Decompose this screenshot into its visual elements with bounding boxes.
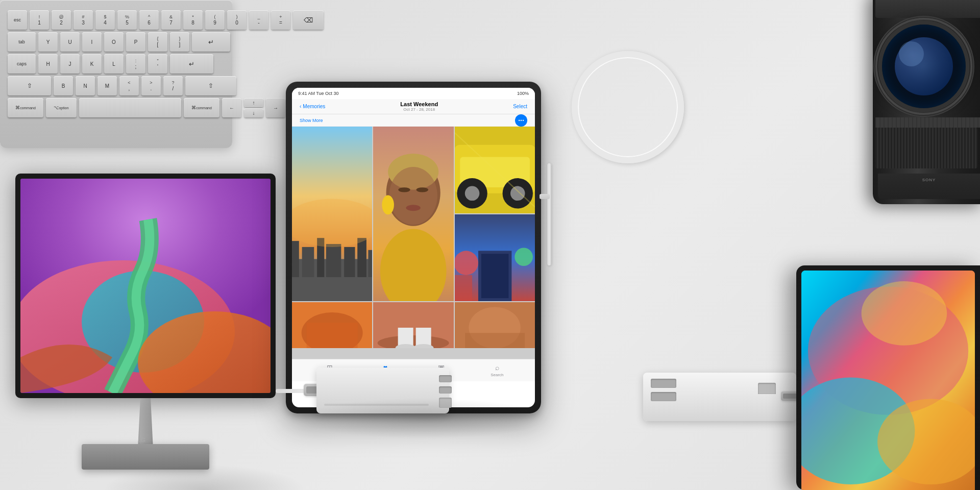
keyboard-body: esc !1 @2 #3 $4 %5 ^6 &7 *8 (9 )0 _- += … [0,0,232,148]
lens-highlight [899,41,924,66]
key-s: J [60,54,80,74]
ipad-pro-br-content [801,271,975,490]
key-a: H [38,54,58,74]
key-d: K [82,54,102,74]
ipad-tab-search[interactable]: ⌕ Search [491,364,503,377]
monitor-brand-label: LG [138,437,145,443]
ipad-more-button[interactable]: ··· [515,114,527,127]
key-w: U [60,32,80,52]
keyboard-row-2: tab Y U I O P {[ }] ↵ [8,32,225,52]
ipad-body: 9:41 AM Tue Oct 30 100% ‹ Memories Last … [286,82,541,413]
keyboard: esc !1 @2 #3 $4 %5 ^6 &7 *8 (9 )0 _- += … [0,0,235,153]
svg-rect-6 [292,241,299,277]
key-2: @2 [52,10,71,30]
lens-grip-ring [875,128,977,168]
keyboard-row-3: caps H J K L :; "' ↵ [8,54,225,74]
svg-rect-11 [357,238,366,277]
key-y: {[ [148,32,167,52]
ipad-select-button[interactable]: Select [513,104,527,109]
key-shift-right: ⇧ [185,76,236,95]
svg-rect-36 [455,275,472,301]
key-r: O [104,32,124,52]
key-escape: esc [8,10,27,30]
ellipsis-icon: ··· [518,116,524,125]
lens-body: SONY [873,0,980,204]
ipad-back-button[interactable]: ‹ Memories [300,104,325,109]
key-return2: ↵ [170,54,213,74]
adapter-right-port-2 [651,392,676,401]
camera-lens: SONY [827,0,980,214]
ipad-photo-car[interactable] [455,127,535,213]
key-c: M [97,76,117,95]
lens-front-element [878,20,970,112]
svg-point-19 [399,187,411,192]
ipad-pro-bottom-right [766,265,980,490]
keyboard-row-5: ⌘command ⌥option ⌘command ← ↑ ↓ → [8,98,225,117]
svg-point-21 [382,195,395,214]
svg-point-53 [862,281,947,346]
search-tab-icon: ⌕ [492,364,502,372]
ipad-shadow [296,398,551,439]
ipad-photo-portrait[interactable] [373,127,453,301]
key-h: "' [148,54,167,74]
key-arrow-up: ↑ [244,98,263,107]
key-0: )0 [227,10,247,30]
svg-rect-39 [307,323,358,348]
ipad-status-bar: 9:41 AM Tue Oct 30 100% [292,88,535,99]
lens-bottom-band: SONY [878,174,980,199]
svg-point-27 [464,186,479,201]
ipad-photo-street1[interactable] [292,302,372,348]
key-v: <, [119,76,139,95]
keyboard-row-1: esc !1 @2 #3 $4 %5 ^6 &7 *8 (9 )0 _- += … [8,10,225,30]
ipad-time: 9:41 AM Tue Oct 30 [298,91,339,96]
ipad-pro-br-screen [801,271,975,490]
ipad-nav-bar: ‹ Memories Last Weekend Oct 27 - 28, 201… [292,99,535,114]
key-equals: += [271,10,290,30]
monitor-stand-neck [133,398,158,449]
key-3: #3 [74,10,93,30]
ipad-screen: 9:41 AM Tue Oct 30 100% ‹ Memories Last … [292,88,535,407]
ipad-photo-cityscape[interactable] [292,127,372,301]
ipad-tab-search-label: Search [491,373,503,377]
lens-brand-text: SONY [878,174,980,186]
usbc-connector-top [540,194,550,199]
ipad-photo-street2[interactable] [373,302,453,348]
key-shift-left: ⇧ [8,76,51,95]
key-1: !1 [30,10,49,30]
svg-point-18 [389,167,437,225]
svg-rect-7 [302,247,314,277]
key-command-left: ⌘command [8,98,43,117]
chevron-left-icon: ‹ [300,104,301,109]
ipad-photo-street3[interactable] [455,302,535,348]
adapter-right-port-1 [651,379,676,388]
key-arrow-left: ← [222,98,241,117]
key-command-right: ⌘command [184,98,219,117]
key-t: P [126,32,145,52]
ipad-center: 9:41 AM Tue Oct 30 100% ‹ Memories Last … [286,82,541,413]
svg-point-29 [510,186,525,201]
ipad-photo-building[interactable] [455,214,535,301]
key-q: Y [38,32,58,52]
key-space [79,98,181,117]
key-z: B [54,76,73,95]
ipad-back-label: Memories [303,104,325,109]
key-g: :; [126,54,145,74]
usbc-cable-loop [572,51,684,163]
svg-rect-10 [344,247,355,277]
monitor-image [20,179,271,393]
adapter-right-ports [651,379,676,401]
key-7: &7 [161,10,181,30]
key-arrow-down: ↓ [244,108,263,117]
lens-focus-ring [875,117,980,128]
ipad-nav-title: Last Weekend [400,101,438,107]
ipad-pro-br-body [796,265,980,490]
ipad-show-more-label[interactable]: Show More [300,118,323,123]
ipad-battery: 100% [517,91,529,96]
key-n: ?/ [163,76,183,95]
svg-rect-33 [481,254,509,298]
key-9: (9 [205,10,225,30]
adapter-wire [276,389,306,393]
svg-point-34 [455,251,478,275]
adapter-port-1 [439,375,452,382]
key-b: >. [141,76,161,95]
